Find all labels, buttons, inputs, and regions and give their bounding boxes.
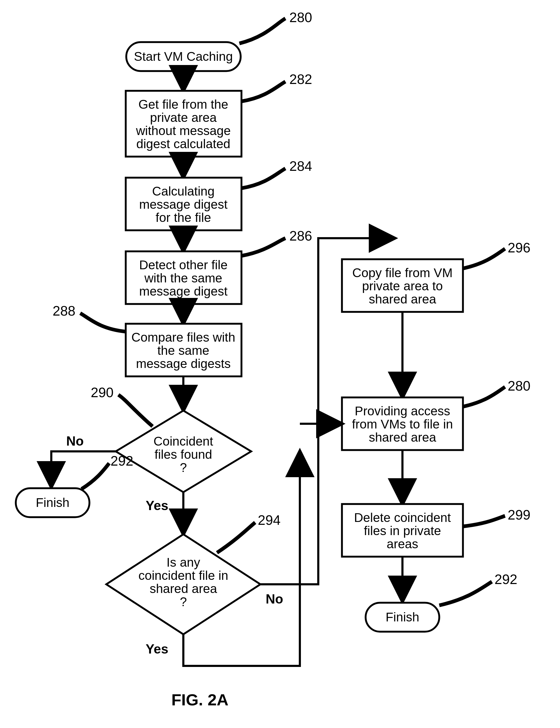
svg-text:files in private: files in private: [364, 524, 441, 538]
ref-280b: 280: [508, 378, 531, 393]
node-finish-left: Finish: [16, 488, 89, 517]
node-in-shared-area: Is any coincident file in shared area ?: [106, 534, 261, 634]
node-detect-other: Detect other file with the same message …: [126, 251, 242, 304]
callout-292b: [439, 582, 492, 605]
callout-294: [217, 522, 255, 553]
svg-text:areas: areas: [387, 537, 418, 551]
ref-286: 286: [289, 228, 312, 243]
node-start-vm-caching: Start VM Caching: [126, 42, 241, 71]
svg-text:from VMs to file in: from VMs to file in: [352, 417, 453, 431]
branch-290-no: No: [66, 434, 84, 448]
svg-text:Finish: Finish: [36, 496, 69, 510]
branch-294-yes: Yes: [146, 642, 168, 656]
svg-text:shared area: shared area: [369, 430, 436, 444]
ref-299: 299: [508, 507, 531, 522]
ref-292b: 292: [494, 572, 517, 587]
svg-text:message digests: message digests: [136, 357, 231, 371]
svg-text:files found: files found: [155, 447, 212, 461]
callout-290: [118, 395, 153, 426]
svg-text:shared area: shared area: [150, 582, 217, 596]
figure-caption: FIG. 2A: [171, 691, 228, 709]
svg-text:private area to: private area to: [362, 279, 443, 293]
flowchart-fig-2a: Start VM Caching 280 Get file from the p…: [0, 0, 560, 728]
svg-text:Get file from the: Get file from the: [138, 97, 228, 111]
ref-290: 290: [91, 385, 114, 400]
node-compare-files: Compare files with the same message dige…: [126, 324, 242, 376]
branch-294-no: No: [266, 592, 283, 606]
svg-text:Compare files with: Compare files with: [132, 330, 236, 344]
node-coincident-found: Coincident files found ?: [116, 411, 251, 492]
callout-299: [463, 516, 505, 526]
node-finish-right: Finish: [366, 603, 439, 632]
svg-text:Copy file from VM: Copy file from VM: [352, 266, 452, 280]
node-copy-file: Copy file from VM private area to shared…: [342, 259, 463, 312]
ref-280a: 280: [289, 10, 312, 25]
ref-294: 294: [258, 512, 280, 528]
ref-296: 296: [508, 240, 531, 255]
svg-text:Detect other file: Detect other file: [139, 258, 228, 272]
svg-text:digest calculated: digest calculated: [136, 137, 231, 151]
callout-292a: [82, 463, 109, 489]
svg-text:Providing access: Providing access: [355, 404, 450, 418]
node-calc-digest: Calculating message digest for the file: [126, 178, 242, 230]
svg-text:?: ?: [180, 595, 187, 609]
ref-288: 288: [53, 303, 76, 318]
node-delete-coincident: Delete coincident files in private areas: [342, 504, 463, 557]
svg-text:Calculating: Calculating: [152, 184, 215, 198]
svg-text:Is any: Is any: [167, 555, 200, 569]
callout-296: [463, 249, 505, 268]
svg-text:Finish: Finish: [386, 610, 419, 624]
svg-text:coincident file in: coincident file in: [138, 569, 228, 582]
ref-284: 284: [289, 158, 312, 174]
branch-290-yes: Yes: [146, 498, 168, 513]
svg-text:the same: the same: [157, 343, 209, 357]
ref-292a: 292: [111, 453, 133, 468]
callout-280a: [240, 18, 285, 43]
svg-text:for the file: for the file: [156, 211, 211, 225]
svg-text:shared area: shared area: [369, 292, 436, 306]
callout-286: [242, 238, 285, 256]
svg-text:Coincident: Coincident: [154, 434, 213, 448]
svg-text:message digest: message digest: [139, 197, 228, 211]
callout-284: [242, 168, 285, 188]
ref-282: 282: [289, 72, 312, 87]
callout-282: [242, 82, 285, 101]
callout-288: [80, 313, 126, 332]
svg-text:with the same: with the same: [144, 271, 222, 285]
svg-text:message digest: message digest: [139, 284, 228, 298]
svg-text:without message: without message: [136, 124, 231, 138]
svg-text:?: ?: [180, 461, 187, 475]
svg-text:Delete coincident: Delete coincident: [354, 511, 451, 525]
svg-text:Start VM Caching: Start VM Caching: [134, 49, 233, 63]
callout-280b: [463, 387, 505, 407]
node-provide-access: Providing access from VMs to file in sha…: [342, 397, 463, 450]
svg-text:private area: private area: [150, 111, 217, 124]
node-get-file-private: Get file from the private area without m…: [126, 91, 242, 157]
